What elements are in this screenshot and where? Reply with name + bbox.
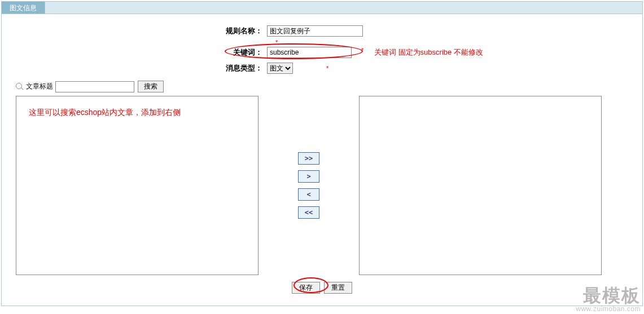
row-keyword: 关键词： * 关键词 固定为subscribe 不能修改 [10,47,634,58]
search-button[interactable]: 搜索 [138,81,164,92]
search-row: 文章标题 搜索 [16,81,634,92]
footer-buttons: 保存 重置 [10,275,634,297]
label-rule-name: 规则名称： [10,26,267,36]
target-listbox[interactable] [359,96,602,275]
remove-one-button[interactable]: < [298,188,319,201]
source-listbox[interactable]: 这里可以搜索ecshop站内文章，添加到右侧 [16,96,259,275]
annotation-keyword-note: 关键词 固定为subscribe 不能修改 [374,47,483,58]
search-icon [16,83,24,91]
content-area: 规则名称： * 关键词： * 关键词 固定为subscribe 不能修改 消息类… [2,14,642,306]
watermark: 最模板 www.zuimoban.com [576,286,641,313]
input-rule-name[interactable] [267,25,363,37]
watermark-url: www.zuimoban.com [576,306,641,313]
save-button[interactable]: 保存 [292,282,320,294]
select-msg-type[interactable]: 图文 [267,63,293,74]
required-asterisk: * [275,39,278,46]
transfer-lists: 这里可以搜索ecshop站内文章，添加到右侧 >> > < << [16,96,628,275]
add-all-button[interactable]: >> [298,152,319,165]
watermark-title: 最模板 [576,286,641,306]
annotation-left-hint: 这里可以搜索ecshop站内文章，添加到右侧 [29,108,181,117]
required-asterisk-3: * [326,65,328,72]
main-panel: 图文信息 规则名称： * 关键词： * 关键词 固定为subscribe 不能修… [1,1,643,306]
label-msg-type: 消息类型： [10,63,267,73]
label-article-title: 文章标题 [26,82,53,91]
remove-all-button[interactable]: << [298,206,319,219]
required-asterisk-2: * [361,47,363,54]
tab-image-text-info[interactable]: 图文信息 [2,2,45,14]
reset-button[interactable]: 重置 [324,282,352,294]
row-rule-name: 规则名称： * [10,25,634,37]
transfer-buttons: >> > < << [259,96,359,219]
label-keyword: 关键词： [10,47,267,58]
input-keyword[interactable] [267,47,352,58]
tab-bar: 图文信息 [2,2,642,14]
input-article-search[interactable] [55,81,134,92]
add-one-button[interactable]: > [298,170,319,183]
row-msg-type: 消息类型： 图文 * [10,63,634,74]
